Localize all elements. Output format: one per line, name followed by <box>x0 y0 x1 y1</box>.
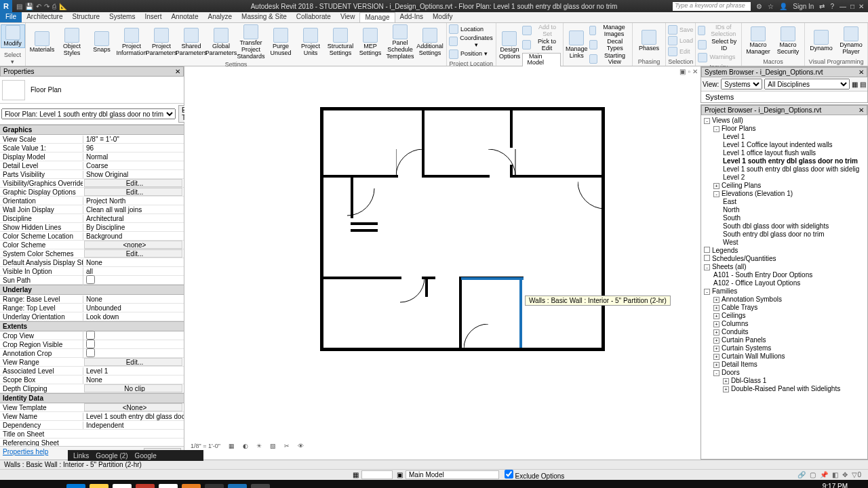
main-model-dropdown[interactable]: Main Model <box>522 53 561 68</box>
macro-manager-button[interactable]: Macro Manager <box>744 26 772 56</box>
tree-node[interactable]: +Ceilings <box>701 312 867 320</box>
property-section[interactable]: Identity Data <box>0 393 184 403</box>
structural-settings-button[interactable]: Structural Settings <box>326 28 355 57</box>
property-row[interactable]: Underlay OrientationLook down <box>0 312 184 321</box>
minimize-icon[interactable]: — <box>840 3 846 10</box>
hide-icon[interactable]: 👁 <box>296 442 306 450</box>
tree-node[interactable]: +Columns <box>701 320 867 328</box>
expand-icon[interactable] <box>704 247 710 253</box>
collapse-icon[interactable]: - <box>713 370 719 376</box>
sysbrowser-filter-icon[interactable]: ▤ <box>860 81 866 88</box>
property-row[interactable]: DisciplineArchitectural <box>0 214 184 223</box>
manage-links-button[interactable]: Manage Links <box>566 30 588 60</box>
property-row[interactable]: DependencyIndependent <box>0 421 184 430</box>
phases-button[interactable]: Phases <box>635 30 663 52</box>
expand-icon[interactable]: + <box>713 329 719 336</box>
property-row[interactable]: Sun Path <box>0 276 184 285</box>
system-clock[interactable]: 9:17 PM Sunday 2/11/2018 <box>818 483 848 489</box>
property-row[interactable]: Referencing Sheet <box>0 439 184 446</box>
exchange-icon[interactable]: ⇄ <box>819 3 825 10</box>
tree-node[interactable]: Level 1 south entry dbl glass door no tr… <box>701 157 867 165</box>
tree-node[interactable]: South <box>701 214 867 222</box>
coordinates-button[interactable]: Coordinates ▾ <box>449 35 494 49</box>
property-row[interactable]: Parts VisibilityShow Original <box>0 170 184 179</box>
tab-addins[interactable]: Add-Ins <box>395 12 428 22</box>
property-row[interactable]: Depth ClippingNo clip <box>0 384 184 393</box>
position-button[interactable]: Position ▾ <box>449 49 494 60</box>
tree-node[interactable]: Legends <box>701 247 867 255</box>
file-tab[interactable]: File <box>0 12 22 22</box>
view-control-bar[interactable]: 1/8" = 1'-0" ▦ ◐ ☀ ▧ ✂ 👁 <box>189 442 306 450</box>
sysbrowser-systems-node[interactable]: Systems <box>701 91 867 102</box>
tree-node[interactable]: West <box>701 239 867 247</box>
property-row[interactable]: View Scale1/8" = 1'-0" <box>0 135 184 144</box>
tree-node[interactable]: A101 - South Entry Door Options <box>701 271 867 279</box>
tree-node[interactable]: North <box>701 206 867 214</box>
tree-node[interactable]: -Floor Plans <box>701 125 867 133</box>
collapse-icon[interactable]: - <box>713 126 719 132</box>
tree-node[interactable]: +Ceiling Plans <box>701 182 867 190</box>
help-search-input[interactable]: Type a keyword or phrase <box>673 2 751 11</box>
expand-icon[interactable]: + <box>713 362 719 368</box>
revit-taskbar-icon[interactable]: R <box>228 484 247 488</box>
expand-icon[interactable]: + <box>723 386 729 392</box>
panel-schedule-button[interactable]: Panel Schedule Templates <box>386 24 414 60</box>
drive-taskbar-icon[interactable]: ▲ <box>159 484 178 488</box>
properties-help-link[interactable]: Properties help <box>3 448 48 458</box>
collapse-icon[interactable]: - <box>704 289 710 295</box>
subscription-icon[interactable]: ⚙ <box>756 3 762 10</box>
qat-print-icon[interactable]: ⎙ <box>52 3 56 10</box>
select-underlay-icon[interactable]: ▢ <box>810 471 816 479</box>
explorer-taskbar-icon[interactable]: 📁 <box>90 484 108 488</box>
tab-structure[interactable]: Structure <box>67 12 104 22</box>
tab-annotate[interactable]: Annotate <box>166 12 203 22</box>
tab-collaborate[interactable]: Collaborate <box>292 12 336 22</box>
decal-types-button[interactable]: Decal Types <box>589 39 630 52</box>
tree-node[interactable]: -Elevations (Elevation 1) <box>701 190 867 198</box>
property-row[interactable]: View NameLevel 1 south entry dbl glass d… <box>0 412 184 421</box>
qat-open-icon[interactable]: ▤ <box>16 3 22 10</box>
shadows-icon[interactable]: ▧ <box>268 442 278 450</box>
object-styles-button[interactable]: Object Styles <box>58 28 86 57</box>
property-row[interactable]: Display ModelNormal <box>0 152 184 161</box>
project-browser-tree[interactable]: -Views (all)-Floor PlansLevel 1Level 1 C… <box>701 115 867 459</box>
tree-node[interactable]: +Double-Raised Panel with Sidelights <box>701 385 867 393</box>
tab-analyze[interactable]: Analyze <box>203 12 237 22</box>
property-row[interactable]: Associated LevelLevel 1 <box>0 367 184 375</box>
view-cube-icon[interactable]: ▣ <box>679 68 686 75</box>
mep-settings-button[interactable]: MEP Settings <box>356 28 384 57</box>
store-taskbar-icon[interactable]: 🛍 <box>113 484 132 488</box>
expand-icon[interactable]: + <box>713 321 719 327</box>
manage-images-button[interactable]: Manage Images <box>589 24 630 38</box>
expand-icon[interactable] <box>704 255 710 261</box>
mail-taskbar-icon[interactable]: ✉ <box>205 484 224 488</box>
help-icon[interactable]: ? <box>830 3 834 10</box>
tree-node[interactable]: +Dbl-Glass 1 <box>701 377 867 385</box>
property-row[interactable]: Show Hidden LinesBy Discipline <box>0 223 184 232</box>
property-row[interactable]: Detail LevelCoarse <box>0 161 184 170</box>
maximize-icon[interactable]: □ <box>850 3 854 10</box>
exclude-options-checkbox[interactable]: Exclude Options <box>505 470 565 480</box>
expand-icon[interactable]: + <box>713 346 719 352</box>
sun-path-icon[interactable]: ☀ <box>254 442 264 450</box>
property-row[interactable]: View RangeEdit... <box>0 358 184 367</box>
pick-to-edit-button[interactable]: Pick to Edit <box>522 39 561 52</box>
expand-icon[interactable]: + <box>713 338 719 344</box>
sysbrowser-disciplines-dropdown[interactable]: All Disciplines <box>764 79 850 89</box>
tree-node[interactable]: -Doors <box>701 369 867 377</box>
drawing-canvas[interactable]: ▣ ▫ ✕ <box>184 66 701 460</box>
tree-node[interactable]: Level 1 <box>701 133 867 141</box>
tree-node[interactable]: Level 1 Coffice layout indented walls <box>701 141 867 149</box>
expand-icon[interactable]: + <box>723 378 729 384</box>
tree-node[interactable]: -Views (all) <box>701 117 867 125</box>
tab-view[interactable]: View <box>336 12 360 22</box>
snaps-button[interactable]: Snaps <box>87 31 116 54</box>
select-links-icon[interactable]: 🔗 <box>797 471 806 479</box>
app-taskbar-icon-1[interactable]: T <box>136 484 155 488</box>
tab-massing[interactable]: Massing & Site <box>237 12 292 22</box>
global-parameters-button[interactable]: Global Parameters <box>207 28 235 57</box>
modify-button[interactable]: Modify <box>1 24 25 48</box>
tree-node[interactable]: +Detail Items <box>701 361 867 369</box>
sysbrowser-column-icon[interactable]: ▦ <box>852 81 858 88</box>
tree-node[interactable]: Schedules/Quantities <box>701 255 867 263</box>
